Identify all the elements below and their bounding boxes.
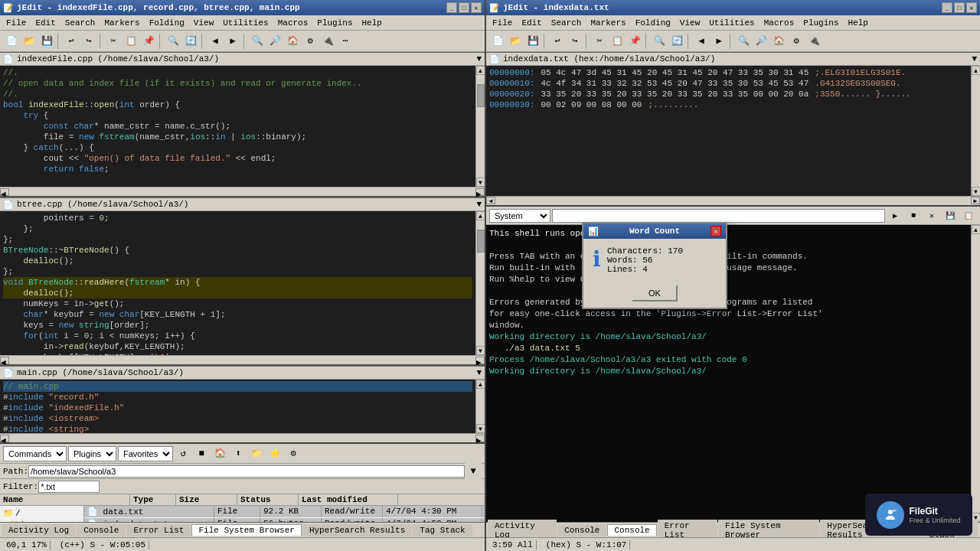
tb-prev[interactable]: ◀ — [207, 33, 224, 50]
tb-next-r[interactable]: ▶ — [710, 33, 727, 50]
scrollbar-console[interactable]: ▲ ▼ — [971, 225, 980, 522]
code-pane-indexedfile[interactable]: //. // open data and index file (if it e… — [0, 66, 475, 187]
ok-button[interactable]: OK — [632, 285, 678, 302]
fb-settings[interactable]: ⚙ — [285, 445, 302, 462]
console-save[interactable]: 💾 — [942, 207, 959, 224]
dir-item-root[interactable]: 📁 / — [2, 507, 82, 519]
close-tab-btree[interactable]: ▼ — [476, 200, 482, 209]
scroll-h-btree[interactable]: ◀ ▶ — [0, 355, 485, 364]
path-go[interactable]: ▼ — [465, 463, 482, 480]
btab-console-active-right[interactable]: Console — [607, 524, 656, 536]
btab-activity-left[interactable]: Activity Log — [2, 524, 76, 536]
console-copy[interactable]: 📋 — [960, 207, 977, 224]
scroll-right-btree[interactable]: ▶ — [475, 357, 485, 364]
menu-search-right[interactable]: Search — [547, 18, 586, 28]
scroll-up-main[interactable]: ▲ — [476, 380, 485, 389]
scroll-thumb-btree[interactable] — [477, 230, 485, 253]
menu-macros-left[interactable]: Macros — [273, 18, 313, 28]
scroll-left-btree[interactable]: ◀ — [0, 357, 9, 364]
scroll-thumb-indexedfile[interactable] — [477, 84, 485, 107]
menu-edit-right[interactable]: Edit — [517, 18, 546, 28]
tb-more[interactable]: ⋯ — [337, 33, 354, 50]
favorites-dropdown[interactable]: Favorites — [118, 446, 173, 461]
tb-copy-r[interactable]: 📋 — [609, 33, 626, 50]
tb-prev-r[interactable]: ◀ — [693, 33, 710, 50]
fb-mkdir[interactable]: 📁 — [248, 445, 265, 462]
scroll-down-hex[interactable]: ▼ — [972, 187, 981, 196]
maximize-btn-right[interactable]: □ — [954, 2, 965, 13]
tb-copy[interactable]: 📋 — [122, 33, 139, 50]
menu-search-left[interactable]: Search — [60, 18, 100, 28]
tb-cut[interactable]: ✂ — [105, 33, 122, 50]
menu-folding-left[interactable]: Folding — [145, 18, 189, 28]
fb-stop[interactable]: ■ — [193, 445, 210, 462]
close-tab-indexedfile[interactable]: ▼ — [476, 54, 482, 64]
menu-view-right[interactable]: View — [675, 18, 704, 28]
scroll-h-hex[interactable]: ◀ ▶ — [486, 196, 980, 205]
minimize-btn-right[interactable]: _ — [942, 2, 952, 13]
btab-filebrowser-left[interactable]: File System Browser — [191, 524, 301, 536]
menu-plugins-left[interactable]: Plugins — [312, 18, 357, 28]
menu-utilities-right[interactable]: Utilities — [704, 18, 759, 28]
plugins-dropdown[interactable]: Plugins — [68, 446, 116, 461]
tb-undo[interactable]: ↩ — [63, 33, 80, 50]
menu-file-right[interactable]: File — [488, 18, 517, 28]
scroll-right-indexedfile[interactable]: ▶ — [475, 188, 485, 196]
tb-home-r[interactable]: 🏠 — [770, 33, 787, 50]
menu-file-left[interactable]: File — [2, 18, 31, 28]
tb-undo-r[interactable]: ↩ — [549, 33, 566, 50]
close-btn-left[interactable]: ✕ — [471, 2, 482, 13]
scrollbar-indexedfile[interactable]: ▲ ▼ — [475, 66, 485, 187]
console-type-dropdown[interactable]: System — [489, 209, 550, 223]
btab-hypersearch-left[interactable]: HyperSearch Results — [302, 524, 412, 536]
console-clear[interactable]: ✕ — [923, 207, 940, 224]
minimize-btn-left[interactable]: _ — [446, 2, 457, 13]
tb-redo[interactable]: ↪ — [80, 33, 97, 50]
tab-btree[interactable]: 📄 btree.cpp (/home/slava/School/a3/) ▼ — [0, 197, 485, 211]
tb-zoom-in-r[interactable]: 🔍 — [735, 33, 752, 50]
scroll-right-main[interactable]: ▶ — [475, 435, 485, 442]
console-output[interactable]: This shell runs operating system process… — [486, 225, 971, 522]
file-row-data[interactable]: 📄 data.txt File 92.2 KB Read/write 4/7/0… — [84, 506, 485, 518]
btab-console-left[interactable]: Console — [77, 524, 126, 536]
tb-replace[interactable]: 🔄 — [182, 33, 199, 50]
tb-zoom-out-r[interactable]: 🔎 — [753, 33, 769, 50]
code-pane-btree[interactable]: pointers = 0; }; }; BTreeNode::~BTreeNod… — [0, 211, 475, 355]
fb-up[interactable]: ⬆ — [230, 445, 247, 462]
scroll-down-indexedfile[interactable]: ▼ — [476, 178, 485, 187]
tab-main[interactable]: 📄 main.cpp (/home/slava/School/a3/) ▼ — [0, 366, 485, 380]
console-command-input[interactable] — [552, 209, 885, 223]
tb-settings-r[interactable]: ⚙ — [788, 33, 805, 50]
menu-help-right[interactable]: Help — [844, 18, 873, 28]
tb-plugin[interactable]: 🔌 — [319, 33, 336, 50]
tb-settings[interactable]: ⚙ — [302, 33, 318, 50]
commands-dropdown[interactable]: Commands — [3, 446, 67, 461]
menu-help-left[interactable]: Help — [358, 18, 387, 28]
tb-paste-r[interactable]: 📌 — [626, 33, 643, 50]
scroll-left-indexedfile[interactable]: ◀ — [0, 188, 9, 196]
scroll-up-console[interactable]: ▲ — [972, 225, 981, 234]
tb-search-r[interactable]: 🔍 — [651, 33, 668, 50]
tb-redo-r[interactable]: ↪ — [567, 33, 583, 50]
tb-zoom-in[interactable]: 🔍 — [249, 33, 266, 50]
tb-new[interactable]: 📄 — [3, 33, 20, 50]
scrollbar-btree[interactable]: ▲ ▼ — [475, 211, 485, 355]
menu-markers-left[interactable]: Markers — [100, 18, 144, 28]
menu-view-left[interactable]: View — [189, 18, 218, 28]
scroll-left-main[interactable]: ◀ — [0, 435, 9, 442]
tb-plugin-r[interactable]: 🔌 — [805, 33, 822, 50]
fb-home[interactable]: 🏠 — [211, 445, 228, 462]
tb-search[interactable]: 🔍 — [165, 33, 181, 50]
scroll-h-main[interactable]: ◀ ▶ — [0, 433, 485, 442]
scroll-h-indexedfile[interactable]: ◀ ▶ — [0, 187, 485, 196]
tb-save[interactable]: 💾 — [38, 33, 55, 50]
filter-input[interactable] — [38, 481, 100, 493]
scrollbar-hex[interactable]: ▲ ▼ — [971, 66, 980, 196]
fb-bookmark[interactable]: ⭐ — [266, 445, 283, 462]
scroll-up-indexedfile[interactable]: ▲ — [476, 66, 485, 75]
btab-tagstack-left[interactable]: Tag Stack — [413, 524, 472, 536]
hex-view[interactable]: 00000000: 05 4c 47 3d 45 31 45 20 45 31 … — [486, 66, 971, 196]
tb-replace-r[interactable]: 🔄 — [668, 33, 685, 50]
code-pane-main[interactable]: // main.cpp #include "record.h" #include… — [0, 380, 475, 433]
scroll-right-hex[interactable]: ▶ — [971, 197, 980, 204]
